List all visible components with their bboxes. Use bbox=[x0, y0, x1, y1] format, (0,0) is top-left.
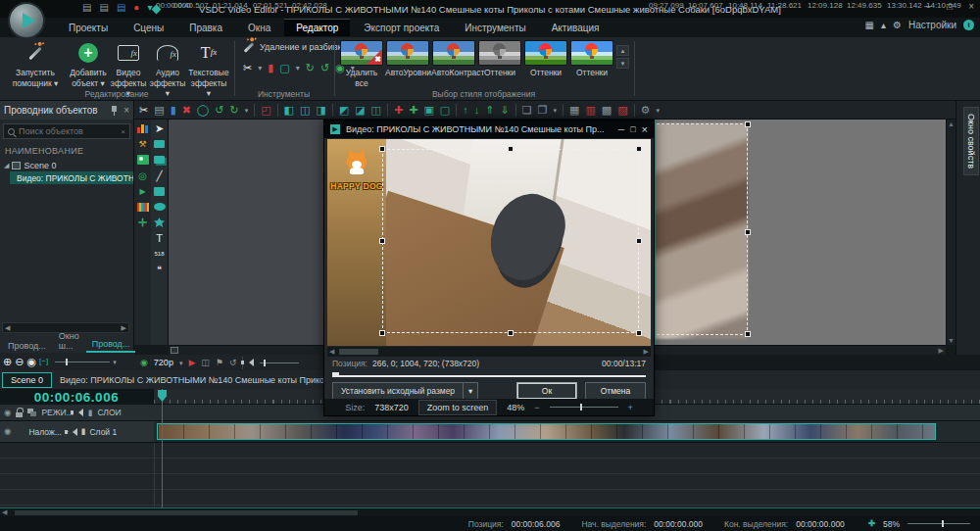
duplicate-tool-icon[interactable] bbox=[153, 154, 166, 166]
open-project-icon[interactable]: ▤ bbox=[99, 3, 108, 13]
scroll-left-icon[interactable]: ◀ bbox=[5, 324, 10, 332]
scroll-right-icon[interactable]: ▶ bbox=[939, 347, 944, 355]
properties-window-tab[interactable]: Окно свойств bbox=[963, 107, 979, 175]
zoom-fit-icon[interactable]: ◉ bbox=[26, 357, 36, 367]
menu-export[interactable]: Экспорт проекта bbox=[352, 20, 451, 36]
zoom-to-screen-button[interactable]: Zoom to screen bbox=[418, 400, 498, 415]
track-film-icon[interactable]: ▮ bbox=[81, 427, 86, 436]
pin-icon[interactable] bbox=[111, 106, 118, 116]
lock-column-icon[interactable] bbox=[16, 410, 23, 417]
selection-handle[interactable] bbox=[745, 331, 751, 337]
search-input[interactable] bbox=[19, 126, 117, 136]
settings-button[interactable]: Настройки bbox=[908, 20, 956, 30]
crop-handle[interactable] bbox=[508, 146, 514, 152]
flag-icon[interactable]: ⚑ bbox=[216, 359, 223, 367]
frame-fit-icon[interactable]: ▢ bbox=[440, 105, 450, 116]
resolution-select[interactable]: 720p bbox=[154, 358, 173, 367]
select-all-icon[interactable]: ◯ bbox=[197, 105, 209, 116]
fit-screen-icon[interactable]: ✚ bbox=[409, 105, 417, 116]
tooltip-tool-icon[interactable]: ❝ bbox=[153, 264, 166, 275]
cut-object-icon[interactable]: ✂ bbox=[139, 105, 148, 116]
scroll-up-icon[interactable]: ▲ bbox=[948, 121, 955, 127]
ellipse-tool-icon[interactable] bbox=[153, 201, 166, 213]
record-icon[interactable]: ● bbox=[133, 3, 139, 13]
snap-grid-icon[interactable]: ▥ bbox=[585, 105, 595, 116]
volume-slider[interactable] bbox=[260, 362, 299, 363]
preview-scrollbar[interactable]: ◀ ▶ bbox=[327, 347, 651, 357]
set-size-caret-icon[interactable]: ▾ bbox=[463, 383, 477, 399]
align-left-icon[interactable]: ◧ bbox=[284, 105, 294, 116]
boolean-caret-icon[interactable]: ▾ bbox=[553, 107, 557, 114]
counter-tool-icon[interactable]: 518 bbox=[153, 248, 166, 260]
union-icon[interactable]: ❏ bbox=[522, 105, 532, 116]
menu-scenes[interactable]: Сцены bbox=[122, 20, 175, 36]
delete-icon[interactable]: ✖ bbox=[182, 105, 191, 116]
rectangle-tool-icon[interactable] bbox=[153, 185, 166, 197]
info-icon[interactable]: i bbox=[963, 20, 974, 30]
crop-selection[interactable] bbox=[382, 149, 639, 333]
explorer-search[interactable]: × bbox=[3, 123, 130, 139]
canvas-corner-icon[interactable] bbox=[171, 347, 178, 354]
ok-button[interactable]: Ок bbox=[516, 382, 577, 400]
layout-icon[interactable]: ▦ bbox=[865, 21, 874, 30]
paste-icon[interactable]: ▤ bbox=[154, 105, 164, 116]
film-column-icon[interactable]: ▮ bbox=[88, 409, 93, 417]
line-tool-icon[interactable]: ╱ bbox=[153, 169, 166, 181]
tab-explorer-2[interactable]: Провод... bbox=[86, 337, 136, 353]
timeline-zoom-slider[interactable] bbox=[55, 362, 110, 362]
close-panel-icon[interactable]: × bbox=[123, 105, 129, 116]
cursor-tool-icon[interactable]: ➤ bbox=[153, 122, 166, 134]
guides-icon[interactable]: ▩ bbox=[602, 105, 612, 116]
cancel-button[interactable]: Отмена bbox=[585, 382, 646, 400]
video-preview[interactable]: HAPPY DOG bbox=[327, 139, 651, 346]
audio-tool-icon[interactable] bbox=[136, 201, 149, 213]
save-project-icon[interactable]: ▤ bbox=[117, 3, 125, 13]
scrollbar-thumb[interactable] bbox=[15, 510, 358, 515]
movement-tool-icon[interactable]: ✛ bbox=[136, 217, 149, 228]
crop-handle[interactable] bbox=[636, 330, 642, 336]
dialog-title-bar[interactable]: ▶ Видео: ПРИКОЛЫ С ЖИВОТНЫМИ №140 Смешны… bbox=[324, 121, 654, 138]
timeline-track[interactable]: ◉ Налож... ▾ ▮ Слой 1 bbox=[0, 421, 980, 443]
align-center-icon[interactable]: ◫ bbox=[300, 105, 310, 116]
grid-icon[interactable]: ▦ bbox=[569, 105, 579, 116]
layers-column-icon[interactable] bbox=[27, 409, 36, 416]
align-bottom-icon[interactable]: ◫ bbox=[371, 105, 381, 116]
image-tool-icon[interactable] bbox=[136, 154, 149, 166]
track-audio-icon[interactable] bbox=[73, 428, 77, 436]
scroll-left-icon[interactable]: ◀ bbox=[329, 348, 334, 356]
track-eye-icon[interactable]: ◉ bbox=[4, 427, 11, 436]
canvas-settings-gear-icon[interactable]: ⚙ bbox=[641, 105, 651, 116]
crop-handle[interactable] bbox=[379, 146, 385, 152]
marker-icon[interactable]: ◫ bbox=[201, 359, 210, 367]
menu-projects[interactable]: Проекты bbox=[57, 20, 120, 36]
redo-icon[interactable]: ↻ bbox=[229, 105, 238, 116]
play-button[interactable]: ▶ bbox=[188, 359, 195, 367]
volume-icon[interactable] bbox=[249, 359, 254, 366]
visibility-column-eye-icon[interactable]: ◉ bbox=[4, 409, 11, 417]
resolution-caret-icon[interactable]: ▾ bbox=[179, 360, 183, 366]
menu-windows[interactable]: Окна bbox=[236, 20, 282, 36]
tab-explorer-1[interactable]: Провод... bbox=[2, 339, 52, 353]
tree-item-video[interactable]: Видео: ПРИКОЛЫ С ЖИВОТНЫ bbox=[10, 171, 133, 184]
subtract-icon[interactable]: ❐ bbox=[538, 105, 548, 116]
duplicate-icon[interactable]: ▮ bbox=[171, 105, 176, 116]
align-right-icon[interactable]: ◨ bbox=[316, 105, 325, 116]
name-column-header[interactable]: НАИМЕНОВАНИЕ bbox=[0, 143, 133, 159]
crop-handle[interactable] bbox=[379, 238, 385, 244]
dialog-minimize-icon[interactable]: ─ bbox=[618, 125, 624, 134]
dialog-zoom-slider[interactable] bbox=[550, 407, 618, 408]
timeline-empty-tracks[interactable] bbox=[0, 443, 980, 507]
dialog-close-icon[interactable]: × bbox=[642, 124, 648, 135]
tree-item-scene[interactable]: ◢ Scene 0 bbox=[0, 159, 133, 171]
move-bottom-icon[interactable]: ⇓ bbox=[500, 105, 509, 116]
zoom-out-icon[interactable]: ⊖ bbox=[15, 357, 24, 367]
scroll-right-icon[interactable]: ▶ bbox=[644, 348, 649, 356]
move-up-icon[interactable]: ↑ bbox=[463, 105, 468, 116]
crop-handle[interactable] bbox=[508, 330, 514, 336]
preview-seek-bar[interactable] bbox=[332, 372, 646, 377]
zoom-plus-icon[interactable]: + bbox=[628, 403, 633, 412]
menu-activation[interactable]: Активация bbox=[540, 20, 612, 36]
undo-icon[interactable]: ↺ bbox=[215, 105, 223, 116]
selection-frame-icon[interactable]: ◰ bbox=[261, 105, 270, 116]
crop-handle[interactable] bbox=[379, 330, 385, 336]
